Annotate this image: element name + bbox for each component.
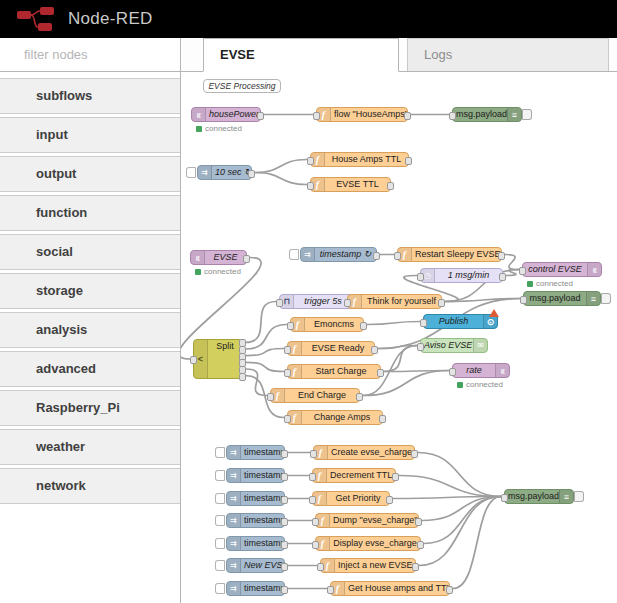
input-port[interactable] [394, 252, 401, 260]
output-port[interactable] [404, 112, 411, 120]
node-dly1[interactable]: ◷1 msg/min [420, 268, 503, 283]
output-port[interactable] [281, 541, 288, 549]
inject-button[interactable] [215, 470, 225, 481]
inject-button[interactable] [186, 167, 196, 178]
inject-button[interactable] [215, 560, 225, 571]
output-port[interactable] [499, 273, 506, 281]
output-port[interactable] [281, 450, 288, 458]
input-port[interactable] [307, 157, 314, 165]
input-port[interactable] [449, 112, 456, 120]
node-inj_b4[interactable]: ⇉timestamp [226, 513, 285, 528]
node-fn_b1[interactable]: fCreate evse_charge [313, 445, 415, 460]
input-port[interactable] [310, 450, 317, 458]
input-port[interactable] [312, 518, 319, 526]
node-trg5[interactable]: ⊓trigger 5s [279, 294, 353, 309]
input-port[interactable] [313, 112, 320, 120]
inject-button[interactable] [215, 493, 225, 504]
node-fn_end[interactable]: fEnd Charge [270, 388, 360, 403]
output-port[interactable] [281, 496, 288, 504]
node-inj_b1[interactable]: ⇉timestamp [226, 445, 285, 460]
input-port[interactable] [284, 415, 291, 423]
output-port[interactable] [281, 586, 288, 594]
input-port[interactable] [520, 296, 527, 304]
input-port[interactable] [267, 393, 274, 401]
wire[interactable] [246, 325, 287, 350]
input-port[interactable] [284, 369, 291, 377]
node-sw_split[interactable]: <Split [193, 339, 243, 379]
input-port[interactable] [309, 496, 316, 504]
node-inj_ts[interactable]: ⇉timestamp ↻ [300, 247, 377, 262]
output-port[interactable] [386, 496, 393, 504]
output-port[interactable] [377, 369, 384, 377]
output-port[interactable] [498, 252, 505, 260]
wire[interactable] [255, 173, 307, 185]
node-fn_b2[interactable]: fDecrement TTL [312, 468, 396, 483]
output-port[interactable] [417, 541, 424, 549]
output-port[interactable] [415, 518, 422, 526]
node-inj_b5[interactable]: ⇉timestamp [226, 536, 285, 551]
node-mq_ctl[interactable]: control EVSE((( [522, 262, 602, 277]
input-port[interactable] [307, 182, 314, 190]
output-port[interactable] [257, 112, 264, 120]
input-port[interactable] [190, 356, 197, 364]
node-inj_b7[interactable]: ⇉timestamp [226, 581, 285, 596]
output-port[interactable] [371, 346, 378, 354]
sidebar-category-network[interactable]: network [0, 468, 180, 504]
input-port[interactable] [312, 541, 319, 549]
wire[interactable] [505, 255, 519, 270]
output-port[interactable] [405, 157, 412, 165]
output-port[interactable] [248, 170, 255, 178]
sidebar-category-raspberry_pi[interactable]: Raspberry_Pi [0, 390, 180, 426]
sidebar-category-social[interactable]: social [0, 234, 180, 270]
debug-toggle-button[interactable] [601, 293, 611, 304]
output-port[interactable] [239, 373, 246, 381]
wire[interactable] [384, 346, 417, 372]
wire[interactable] [246, 349, 284, 356]
output-port[interactable] [446, 586, 453, 594]
input-port[interactable] [519, 267, 526, 275]
output-port[interactable] [281, 563, 288, 571]
node-pub[interactable]: Publish⊙ [423, 314, 498, 329]
sidebar-category-output[interactable]: output [0, 156, 180, 192]
output-port[interactable] [373, 252, 380, 260]
wire[interactable] [419, 497, 501, 566]
output-port[interactable] [281, 518, 288, 526]
node-fn_think[interactable]: fThink for yourself [347, 294, 442, 309]
node-fn_emon[interactable]: fEmoncms [290, 317, 364, 332]
input-port[interactable] [417, 273, 424, 281]
input-port[interactable] [327, 586, 334, 594]
node-fn_ready[interactable]: fEVSE Ready [287, 341, 375, 356]
output-port[interactable] [392, 473, 399, 481]
output-port[interactable] [379, 415, 386, 423]
sidebar-category-input[interactable]: input [0, 117, 180, 153]
node-fn_start[interactable]: fStart Charge [287, 364, 381, 379]
filter-nodes-input[interactable] [0, 47, 180, 62]
node-inj_b3[interactable]: ⇉timestamp [226, 491, 285, 506]
sidebar-category-storage[interactable]: storage [0, 273, 180, 309]
input-port[interactable] [287, 322, 294, 330]
node-mq_evse[interactable]: (((EVSE [190, 250, 247, 265]
inject-button[interactable] [215, 538, 225, 549]
wire[interactable] [255, 160, 307, 173]
node-dbg2[interactable]: msg.payload≡ [523, 291, 601, 306]
node-cmt[interactable]: EVSE Processing [203, 79, 281, 93]
node-mq_house[interactable]: (((housePower [191, 107, 261, 122]
output-port[interactable] [243, 255, 250, 263]
tab-evse[interactable]: EVSE [203, 38, 399, 72]
node-fn_b4[interactable]: fDump "evse_charge" [315, 513, 419, 528]
sidebar-category-advanced[interactable]: advanced [0, 351, 180, 387]
node-inj_b2[interactable]: ⇉timestamp [226, 468, 285, 483]
node-fn_restart[interactable]: fRestart Sleepy EVSE's [397, 247, 502, 262]
wire[interactable] [422, 497, 501, 521]
sidebar-category-analysis[interactable]: analysis [0, 312, 180, 348]
input-port[interactable] [417, 343, 424, 351]
inject-button[interactable] [289, 249, 299, 260]
node-fn_amps[interactable]: fChange Amps [287, 410, 383, 425]
input-port[interactable] [284, 346, 291, 354]
node-mq_rate[interactable]: rate((( [452, 363, 510, 378]
flow-canvas[interactable]: EVSE Processing(((housePowerconnectedffl… [181, 72, 616, 602]
node-fn_hattl[interactable]: fHouse Amps TTL [310, 152, 409, 167]
output-port[interactable] [412, 563, 419, 571]
input-port[interactable] [501, 494, 508, 502]
input-port[interactable] [449, 368, 456, 376]
